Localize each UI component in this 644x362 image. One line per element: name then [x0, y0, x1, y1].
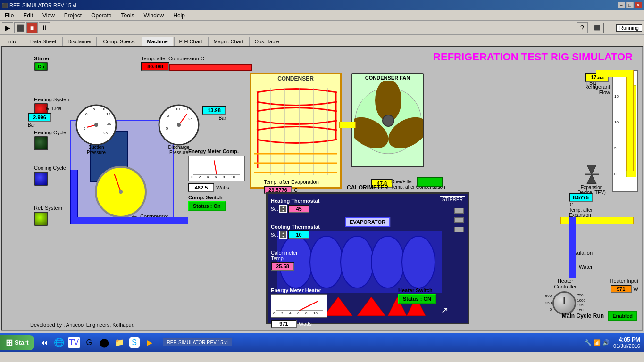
suction-pressure-area: R-134a 2.996 Bar -5 0 5 10 15 20 25 Suct…: [75, 104, 117, 155]
blue-pipe-exp: [569, 217, 576, 278]
expansion-device-area: ExpansionDevice (TEV): [585, 165, 611, 195]
cooling-thermostat-spinner[interactable]: ▲ ▼: [279, 231, 287, 239]
svg-text:0: 0: [85, 112, 88, 116]
stirrer-switch-3[interactable]: [454, 227, 464, 232]
yellow-pipe-right: [626, 70, 634, 171]
toolbar-btn-pause[interactable]: ⏸: [39, 22, 50, 33]
suction-pressure-value: 2.996: [28, 113, 51, 122]
svg-point-47: [371, 236, 404, 288]
heater-input-label: Heater Input: [610, 278, 638, 284]
yellow-pipe-mid: [339, 122, 356, 128]
toolbar-btn-stop[interactable]: ■: [26, 22, 38, 33]
toolbar-btn-1[interactable]: ▶: [2, 22, 13, 33]
fan-box: CONDENSER FAN: [351, 73, 424, 167]
svg-text:4: 4: [289, 311, 292, 315]
taskbar-icon-media[interactable]: ▶: [144, 337, 155, 348]
blue-pipe-bottom: [70, 217, 188, 224]
menu-help[interactable]: Help: [170, 11, 188, 20]
taskbar-icon-folder[interactable]: 📁: [114, 337, 125, 348]
stirrer-led: On: [34, 62, 48, 71]
menu-window[interactable]: Window: [141, 11, 167, 20]
system-tray: 🔧 📶 🔊: [585, 339, 610, 346]
tab-phchart[interactable]: P-H Chart: [174, 37, 208, 46]
svg-point-17: [177, 123, 181, 127]
taskbar-icon-skype[interactable]: S: [129, 337, 140, 348]
start-label: Start: [15, 339, 29, 346]
menu-file[interactable]: File: [2, 11, 17, 20]
close-button[interactable]: ✕: [635, 2, 642, 8]
energy-meter-comp-value: 462.5: [188, 183, 214, 192]
energy-meter-comp-label: Energy Meter Comp.: [188, 148, 245, 154]
heater-switch-status[interactable]: Status : ON: [398, 294, 436, 304]
tab-compspecs[interactable]: Comp. Specs.: [98, 37, 141, 46]
svg-text:20: 20: [184, 107, 188, 111]
menu-tools[interactable]: Tools: [118, 11, 137, 20]
r134a-label: R-134a: [35, 106, 73, 111]
tab-datasheet[interactable]: Data Sheet: [25, 37, 61, 46]
tab-disclaimer[interactable]: Disclaimer: [62, 37, 97, 46]
svg-text:4: 4: [207, 175, 209, 179]
svg-text:10: 10: [231, 175, 235, 179]
svg-point-41: [383, 115, 394, 126]
menu-edit[interactable]: Edit: [20, 11, 36, 20]
comp-switch-status[interactable]: Status : On: [188, 201, 226, 211]
discharge-pressure-area: -5 0 10 20 25 DischargePressure 13.98 Ba…: [158, 104, 200, 155]
taskbar-icon-chrome[interactable]: ⬤: [99, 337, 110, 348]
heater-switch-area: Heater Switch Status : ON: [398, 288, 436, 304]
start-button[interactable]: ⊞ Start: [0, 335, 34, 350]
menu-project[interactable]: Project: [61, 11, 84, 20]
taskbar-icon-ie[interactable]: 🌐: [53, 337, 65, 348]
maximize-button[interactable]: □: [626, 2, 634, 8]
menu-operate[interactable]: Operate: [88, 11, 114, 20]
taskbar-icon-back[interactable]: ⏮: [38, 337, 50, 348]
heating-cycle-label: Heating Cycle: [34, 130, 66, 135]
svg-text:2: 2: [281, 311, 284, 315]
calorimeter-temp-area: CalorimeterTemp. 25.58: [271, 250, 298, 271]
main-cycle-run-label: Main Cycle Run: [562, 313, 604, 319]
svg-text:8: 8: [223, 175, 225, 179]
tab-machine[interactable]: Machine: [142, 37, 173, 46]
taskbar: ⊞ Start ⏮ 🌐 TV G ⬤ 📁 S ▶ REF. SIMULATOR …: [0, 333, 644, 352]
drier-filter-block: [417, 177, 443, 187]
cooling-thermostat-value[interactable]: 10: [288, 230, 309, 239]
ref-effect-area: REF. EFFECT 1111 W: [117, 330, 151, 331]
stirrer-switch-2[interactable]: [454, 217, 464, 223]
stirrer-switch-1[interactable]: [454, 208, 464, 214]
toolbar-btn-2[interactable]: ⬛: [14, 22, 25, 33]
heating-thermostat-spinner[interactable]: ▲ ▼: [279, 205, 287, 213]
toolbar: ▶ ⬛ ■ ⏸ ? ⬛ Running: [0, 21, 644, 35]
tab-intro[interactable]: Intro.: [2, 37, 24, 46]
condenser-coil: [252, 83, 339, 182]
flow-scale-0: 0: [614, 172, 616, 176]
energy-meter-comp-unit: Watts: [216, 185, 229, 190]
tray-icon-1: 🔧: [585, 339, 592, 346]
taskbar-active-window[interactable]: REF. SIMULATOR REV-15.vi: [163, 338, 232, 346]
tab-magnichart[interactable]: Magni. Chart: [208, 37, 248, 46]
energy-meter-heater-value: 971: [271, 320, 297, 328]
help-button[interactable]: ?: [577, 22, 588, 33]
water-label: Water: [579, 264, 593, 270]
tab-obstable[interactable]: Obs. Table: [249, 37, 284, 46]
taskbar-icon-teamviewer[interactable]: TV: [68, 337, 80, 348]
heating-thermostat-value[interactable]: 45: [288, 205, 309, 213]
clock-area: 4:05 PM 01/Jul/2016: [613, 337, 640, 349]
stirrer-section: Stirrer On: [34, 56, 50, 71]
temp-expansion-unit: C: [570, 202, 573, 207]
stirrer-label: Stirrer: [34, 56, 50, 61]
calorimeter-label: CALORIMETER: [347, 184, 388, 191]
discharge-gauge: -5 0 10 20 25: [158, 104, 200, 146]
menu-view[interactable]: View: [40, 11, 58, 20]
svg-point-9: [94, 123, 98, 127]
svg-text:6: 6: [215, 175, 217, 179]
ref-system-section: Ref. System: [34, 205, 62, 227]
cooling-cycle-section: Cooling Cycle: [34, 165, 66, 187]
taskbar-icons: ⏮ 🌐 TV G ⬤ 📁 S ▶ REF. SIMULATOR REV-15.v…: [34, 337, 236, 348]
suction-pressure-bar: Bar: [28, 123, 35, 128]
taskbar-icon-google[interactable]: G: [84, 337, 95, 348]
minimize-button[interactable]: –: [618, 2, 625, 8]
ref-system-label: Ref. System: [34, 205, 62, 211]
tab-strip: Intro. Data Sheet Disclaimer Comp. Specs…: [0, 35, 644, 46]
title-bar: ⬛ REF. SIMULATOR REV-15.vi – □ ✕: [0, 0, 644, 10]
discharge-pressure-value: 13.98: [202, 106, 226, 115]
temp-compression-value: 80.498: [141, 62, 169, 71]
